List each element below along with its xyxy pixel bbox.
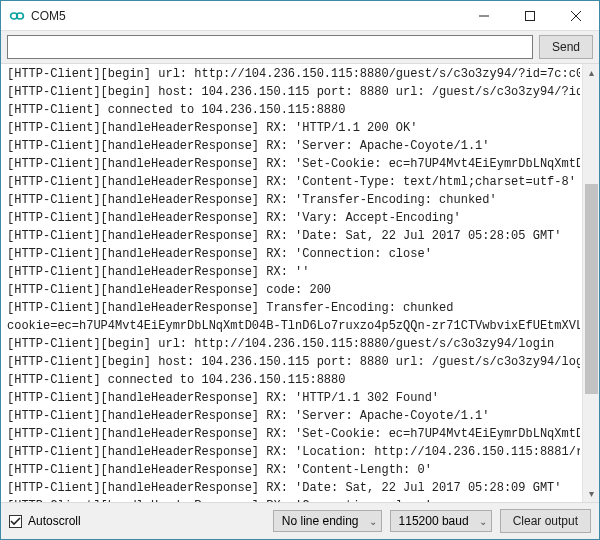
scroll-up-arrow-icon[interactable]: ▴ xyxy=(583,64,599,81)
maximize-button[interactable] xyxy=(507,1,553,30)
line-ending-select[interactable]: No line ending ⌄ xyxy=(273,510,382,532)
console-line: [HTTP-Client][handleHeaderResponse] RX: … xyxy=(7,407,580,425)
title-bar: COM5 xyxy=(1,1,599,31)
line-ending-value: No line ending xyxy=(282,514,359,528)
serial-monitor-window: COM5 Send [HTTP-Client][begin] url: http… xyxy=(0,0,600,540)
console-line: [HTTP-Client][handleHeaderResponse] RX: … xyxy=(7,137,580,155)
serial-input[interactable] xyxy=(7,35,533,59)
vertical-scrollbar[interactable]: ▴ ▾ xyxy=(582,64,599,502)
console-line: [HTTP-Client][handleHeaderResponse] RX: … xyxy=(7,245,580,263)
close-button[interactable] xyxy=(553,1,599,30)
autoscroll-label: Autoscroll xyxy=(28,514,81,528)
baud-value: 115200 baud xyxy=(399,514,469,528)
console-line: [HTTP-Client][handleHeaderResponse] RX: … xyxy=(7,227,580,245)
console-line: [HTTP-Client][begin] host: 104.236.150.1… xyxy=(7,83,580,101)
scroll-thumb[interactable] xyxy=(585,184,598,394)
baud-select[interactable]: 115200 baud ⌄ xyxy=(390,510,492,532)
send-row: Send xyxy=(1,31,599,64)
console-line: [HTTP-Client][handleHeaderResponse] RX: … xyxy=(7,263,580,281)
minimize-button[interactable] xyxy=(461,1,507,30)
console-line: [HTTP-Client][handleHeaderResponse] RX: … xyxy=(7,425,580,443)
console-line: [HTTP-Client][handleHeaderResponse] RX: … xyxy=(7,191,580,209)
bottom-bar: Autoscroll No line ending ⌄ 115200 baud … xyxy=(1,503,599,539)
console-area: [HTTP-Client][begin] url: http://104.236… xyxy=(1,64,599,503)
console-line: [HTTP-Client][begin] url: http://104.236… xyxy=(7,335,580,353)
console-line: [HTTP-Client] connected to 104.236.150.1… xyxy=(7,101,580,119)
console-line: [HTTP-Client][handleHeaderResponse] Tran… xyxy=(7,299,580,317)
console-line: [HTTP-Client][begin] host: 104.236.150.1… xyxy=(7,353,580,371)
console-line: [HTTP-Client][handleHeaderResponse] RX: … xyxy=(7,155,580,173)
chevron-down-icon: ⌄ xyxy=(479,516,487,527)
console-line: [HTTP-Client] connected to 104.236.150.1… xyxy=(7,371,580,389)
arduino-icon xyxy=(9,8,25,24)
console-line: [HTTP-Client][handleHeaderResponse] RX: … xyxy=(7,209,580,227)
console-text[interactable]: [HTTP-Client][begin] url: http://104.236… xyxy=(1,64,582,502)
console-line: [HTTP-Client][handleHeaderResponse] RX: … xyxy=(7,479,580,497)
console-line: [HTTP-Client][handleHeaderResponse] RX: … xyxy=(7,443,580,461)
send-button[interactable]: Send xyxy=(539,35,593,59)
console-line: [HTTP-Client][begin] url: http://104.236… xyxy=(7,65,580,83)
console-line: cookie=ec=h7UP4Mvt4EiEymrDbLNqXmtD04B-Tl… xyxy=(7,317,580,335)
console-line: [HTTP-Client][handleHeaderResponse] RX: … xyxy=(7,173,580,191)
console-line: [HTTP-Client][handleHeaderResponse] RX: … xyxy=(7,119,580,137)
autoscroll-checkbox[interactable]: Autoscroll xyxy=(9,514,81,528)
console-line: [HTTP-Client][handleHeaderResponse] RX: … xyxy=(7,389,580,407)
console-line: [HTTP-Client][handleHeaderResponse] code… xyxy=(7,281,580,299)
svg-rect-2 xyxy=(526,11,535,20)
console-line: [HTTP-Client][handleHeaderResponse] RX: … xyxy=(7,461,580,479)
checkbox-box xyxy=(9,515,22,528)
scroll-down-arrow-icon[interactable]: ▾ xyxy=(583,485,599,502)
window-title: COM5 xyxy=(31,9,461,23)
chevron-down-icon: ⌄ xyxy=(369,516,377,527)
clear-output-button[interactable]: Clear output xyxy=(500,509,591,533)
window-controls xyxy=(461,1,599,30)
console-line: [HTTP-Client][handleHeaderResponse] RX: … xyxy=(7,497,580,502)
